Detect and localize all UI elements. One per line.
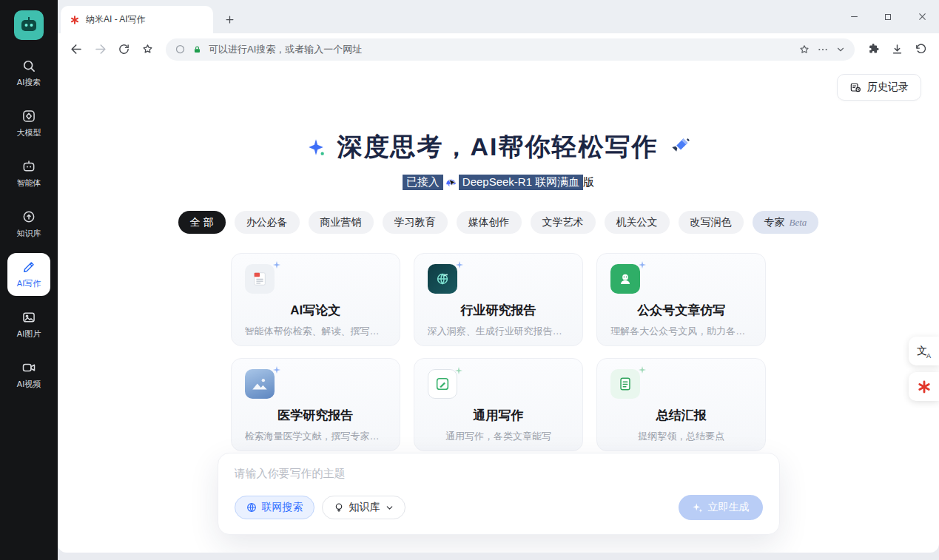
category-label: 媒体创作 — [468, 216, 510, 229]
restore-session-button[interactable] — [909, 38, 932, 61]
sidebar-item-agents[interactable]: 智能体 — [7, 152, 50, 195]
puzzle-icon — [867, 43, 880, 55]
history-button-label: 历史记录 — [867, 81, 909, 94]
translate-button[interactable]: 文 A — [909, 337, 939, 365]
card-desc: 深入洞察、生成行业研究报告，... — [428, 325, 569, 338]
card-wechat-article[interactable]: 公众号文章仿写 理解各大公众号文风，助力各类... — [596, 253, 766, 346]
sparkle-icon — [455, 260, 464, 269]
subtitle-model: DeepSeek-R1 联网满血 — [459, 175, 583, 190]
refresh-button[interactable] — [112, 38, 135, 61]
minimize-button[interactable] — [837, 0, 871, 33]
sidebar-item-label: 知识库 — [17, 228, 41, 239]
category-label: 机关公文 — [616, 216, 658, 229]
sidebar-item-ai-image[interactable]: AI图片 — [7, 303, 50, 346]
bookmark-star-icon[interactable] — [798, 44, 810, 55]
brand-asterisk-icon — [917, 379, 932, 394]
category-tabs: 全 部 办公必备 商业营销 学习教育 媒体创作 文学艺术 机关公文 改写润色 专… — [58, 211, 939, 234]
address-bar[interactable]: 可以进行AI搜索，或者输入一个网址 — [166, 38, 855, 61]
card-title: 总结汇报 — [610, 407, 752, 424]
knowledge-label: 知识库 — [349, 501, 380, 514]
chevron-down-icon — [385, 503, 394, 513]
card-title: 行业研究报告 — [428, 302, 569, 319]
sidebar-item-ai-writing[interactable]: AI写作 — [7, 253, 50, 296]
address-placeholder-text[interactable]: 可以进行AI搜索，或者输入一个网址 — [209, 43, 792, 56]
medical-photo-icon — [245, 369, 275, 399]
pencil-deco-icon — [670, 137, 691, 158]
edge-tools: 文 A — [909, 337, 939, 401]
sidebar-item-models[interactable]: 大模型 — [7, 102, 50, 145]
close-icon — [918, 12, 927, 21]
tab-title: 纳米AI - AI写作 — [86, 13, 146, 26]
refresh-icon — [118, 43, 130, 55]
category-tab-marketing[interactable]: 商业营销 — [309, 211, 374, 234]
category-label: 全 部 — [190, 216, 214, 229]
knowledge-icon — [333, 502, 345, 513]
maximize-button[interactable] — [871, 0, 905, 33]
sidebar-item-ai-video[interactable]: AI视频 — [7, 354, 50, 397]
category-tab-rewrite[interactable]: 改写润色 — [679, 211, 744, 234]
card-medical-report[interactable]: 医学研究报告 检索海量医学文献，撰写专家级... — [231, 358, 400, 451]
more-options-icon[interactable] — [817, 44, 829, 55]
browser-toolbar: 可以进行AI搜索，或者输入一个网址 — [58, 33, 939, 65]
category-tab-education[interactable]: 学习教育 — [383, 211, 448, 234]
app-logo[interactable] — [14, 10, 44, 40]
main-content: 历史记录 深度思考，AI帮你轻松写作 已接入 DeepSeek-R1 联网满血 … — [58, 65, 939, 553]
download-button[interactable] — [886, 38, 908, 61]
sidebar-item-knowledge[interactable]: 知识库 — [7, 203, 50, 246]
card-summary-report[interactable]: 总结汇报 提纲挈领，总结要点 — [596, 358, 766, 451]
general-writing-icon — [428, 369, 457, 399]
category-tab-expert[interactable]: 专家 Beta — [753, 211, 819, 234]
new-tab-button[interactable] — [219, 9, 240, 30]
writing-cards-grid: AI写论文 智能体帮你检索、解读、撰写论文 行业研究报告 深入洞察、生成行业研究… — [231, 253, 767, 451]
card-ai-paper[interactable]: AI写论文 智能体帮你检索、解读、撰写论文 — [231, 253, 400, 346]
category-label: 办公必备 — [246, 216, 288, 229]
translate-icon: 文 A — [915, 343, 933, 360]
subtitle-suffix: 版 — [583, 175, 594, 189]
category-tab-literature[interactable]: 文学艺术 — [531, 211, 596, 234]
svg-text:文: 文 — [917, 345, 927, 357]
browser-tab[interactable]: 纳米AI - AI写作 — [61, 6, 213, 33]
maximize-icon — [884, 13, 892, 21]
sparkle-icon — [272, 365, 281, 374]
card-general-writing[interactable]: 通用写作 通用写作，各类文章能写 — [414, 358, 583, 451]
category-tab-all[interactable]: 全 部 — [178, 211, 226, 234]
download-icon — [891, 43, 903, 55]
sidebar-item-label: AI视频 — [17, 379, 41, 390]
knowledge-base-dropdown[interactable]: 知识库 — [322, 496, 405, 519]
plus-icon — [224, 14, 235, 25]
page-title: 深度思考，AI帮你轻松写作 — [337, 130, 659, 164]
site-mode-toggle-icon[interactable] — [175, 44, 186, 55]
sparkle-icon — [638, 365, 647, 374]
extensions-button[interactable] — [862, 38, 884, 61]
card-industry-report[interactable]: 行业研究报告 深入洞察、生成行业研究报告，... — [414, 253, 583, 346]
deepseek-whale-icon — [444, 175, 458, 189]
back-icon — [70, 42, 84, 56]
back-button[interactable] — [65, 38, 87, 61]
generate-button[interactable]: 立即生成 — [679, 495, 763, 520]
category-tab-office[interactable]: 办公必备 — [235, 211, 300, 234]
category-label: 商业营销 — [320, 216, 362, 229]
robot-icon — [21, 159, 36, 174]
sidebar-item-label: AI图片 — [17, 328, 41, 340]
category-tab-official[interactable]: 机关公文 — [605, 211, 670, 234]
topic-input[interactable] — [235, 467, 763, 479]
ssl-lock-icon[interactable] — [192, 44, 202, 55]
quick-bookmark-button[interactable] — [136, 38, 158, 61]
assistant-logo-button[interactable] — [909, 372, 939, 401]
chevron-down-icon[interactable] — [835, 44, 846, 55]
history-button[interactable]: 历史记录 — [837, 74, 921, 101]
close-button[interactable] — [905, 0, 939, 33]
subtitle-prefix: 已接入 — [403, 175, 443, 190]
sidebar-item-ai-search[interactable]: AI搜索 — [7, 52, 50, 95]
sparkle-icon — [272, 260, 281, 269]
hero-section: 深度思考，AI帮你轻松写作 已接入 DeepSeek-R1 联网满血 版 全 部… — [58, 65, 939, 451]
category-tab-media[interactable]: 媒体创作 — [457, 211, 522, 234]
knowledge-compass-icon — [21, 209, 36, 224]
card-desc: 提纲挈领，总结要点 — [610, 430, 752, 443]
video-icon — [21, 360, 36, 375]
tab-favicon — [70, 15, 80, 25]
web-search-label: 联网搜索 — [262, 501, 303, 514]
forward-button[interactable] — [89, 38, 111, 61]
web-search-toggle[interactable]: 联网搜索 — [235, 496, 314, 519]
card-title: 公众号文章仿写 — [610, 302, 752, 319]
